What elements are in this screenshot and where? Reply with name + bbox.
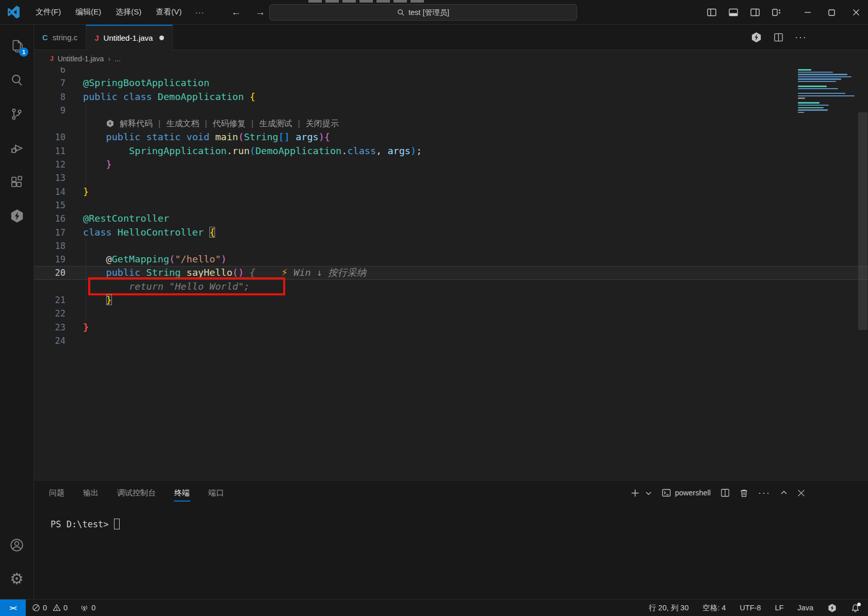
menu-file[interactable]: 文件(F) — [28, 4, 68, 20]
remote-indicator[interactable]: >< — [0, 600, 26, 616]
panel-more-icon[interactable]: ··· — [758, 488, 771, 498]
code-line: 23} — [34, 321, 868, 334]
back-icon[interactable]: ← — [228, 6, 244, 19]
code-line: 6 — [34, 67, 868, 76]
line-number: 8 — [34, 90, 75, 104]
minimap[interactable] — [798, 69, 856, 114]
scrollbar-slider[interactable] — [858, 112, 867, 330]
tab-string-c[interactable]: C string.c — [34, 25, 86, 49]
menu-more-icon[interactable]: ··· — [189, 5, 210, 20]
code-lines[interactable]: 67@SpringBootApplication8public class De… — [34, 67, 868, 347]
inline-completion-hint[interactable]: ⚡ Win ↓ 按行采纳 — [281, 266, 366, 279]
maximize-button[interactable] — [820, 0, 844, 25]
toggle-panel-icon[interactable] — [728, 7, 739, 18]
code-text[interactable]: public class DemoApplication { — [75, 90, 868, 104]
code-text[interactable]: } — [75, 293, 868, 307]
code-text[interactable] — [75, 198, 868, 212]
code-text[interactable]: SpringApplication.run(DemoApplication.cl… — [75, 144, 868, 158]
code-text[interactable] — [75, 307, 868, 320]
menu-edit[interactable]: 编辑(E) — [68, 4, 108, 20]
vscode-logo-icon — [7, 6, 20, 19]
breadcrumb-symbol[interactable]: ... — [114, 55, 121, 63]
panel-tab-output[interactable]: 输出 — [76, 481, 105, 505]
menu-view[interactable]: 查看(V) — [149, 4, 189, 20]
run-debug-icon[interactable] — [0, 131, 34, 165]
terminal-dropdown-icon[interactable] — [645, 490, 652, 496]
more-actions-icon[interactable]: ··· — [795, 32, 807, 43]
panel-tab-debug-console[interactable]: 调试控制台 — [110, 481, 162, 505]
toggle-secondary-sidebar-icon[interactable] — [750, 7, 760, 18]
panel-tab-problems[interactable]: 问题 — [42, 481, 71, 505]
close-window-button[interactable] — [844, 0, 868, 25]
maximize-panel-icon[interactable] — [780, 489, 788, 496]
code-text[interactable] — [75, 67, 868, 76]
code-text[interactable] — [75, 334, 868, 347]
close-panel-icon[interactable] — [797, 489, 805, 497]
fitten-code-status-icon[interactable] — [827, 603, 837, 613]
code-text[interactable]: return "Hello World"; — [75, 280, 868, 293]
command-center-search[interactable]: test [管理员] — [269, 4, 577, 21]
code-text[interactable]: } — [75, 158, 868, 171]
split-terminal-icon[interactable] — [720, 488, 730, 497]
code-line: 14} — [34, 185, 868, 198]
code-text[interactable] — [75, 239, 868, 253]
code-line: 13 — [34, 171, 868, 185]
fitten-code-editor-icon[interactable] — [750, 31, 762, 43]
account-icon[interactable] — [0, 528, 34, 562]
split-editor-icon[interactable] — [774, 32, 783, 42]
code-line: 7@SpringBootApplication — [34, 76, 868, 90]
code-text[interactable]: @RestController — [75, 212, 868, 225]
fitten-code-sidebar-icon[interactable] — [0, 199, 34, 233]
ai-action-1[interactable]: 生成文档 — [166, 117, 199, 130]
code-text[interactable]: public String sayHello() {⚡ Win ↓ 按行采纳 — [75, 266, 868, 279]
ai-action-0[interactable]: 解释代码 — [120, 117, 153, 130]
notifications-bell-icon[interactable] — [851, 604, 860, 612]
indentation[interactable]: 空格: 4 — [702, 603, 726, 613]
code-text[interactable]: } — [75, 321, 868, 334]
eol-sequence[interactable]: LF — [775, 604, 783, 612]
new-terminal-icon[interactable] — [631, 489, 640, 497]
editor-scrollbar[interactable] — [858, 67, 868, 480]
breadcrumb-file[interactable]: Untitled-1.java — [58, 55, 104, 63]
ai-action-4[interactable]: 关闭提示 — [306, 117, 339, 130]
problems-status[interactable]: 0 0 — [32, 604, 68, 612]
terminal-cursor — [114, 519, 120, 529]
editor-viewport[interactable]: 67@SpringBootApplication8public class De… — [34, 67, 868, 480]
minimize-button[interactable] — [795, 0, 820, 25]
code-text[interactable]: @GetMapping("/hello") — [75, 253, 868, 266]
ports-status[interactable]: 0 — [80, 604, 95, 612]
menu-selection[interactable]: 选择(S) — [108, 4, 149, 20]
cursor-position[interactable]: 行 20, 列 30 — [649, 603, 689, 613]
settings-gear-icon[interactable]: ⚙ — [0, 562, 34, 596]
status-bar: >< 0 0 0 行 20, 列 30 空格: 4 UTF-8 LF Java — [0, 599, 868, 616]
code-text[interactable]: public static void main(String[] args){ — [75, 130, 868, 144]
lightning-icon: ⚡ — [281, 267, 288, 278]
panel-tab-terminal[interactable]: 终端 — [168, 481, 196, 505]
code-text[interactable] — [75, 171, 868, 185]
ai-action-2[interactable]: 代码修复 — [212, 117, 245, 130]
modified-dot-icon[interactable] — [159, 36, 164, 40]
language-mode[interactable]: Java — [797, 604, 813, 612]
explorer-icon[interactable]: 1 — [0, 29, 34, 63]
encoding[interactable]: UTF-8 — [740, 604, 761, 612]
ai-action-3[interactable]: 生成测试 — [259, 117, 292, 130]
customize-layout-icon[interactable] — [772, 7, 782, 18]
tab-untitled-java[interactable]: J Untitled-1.java — [86, 25, 173, 50]
extensions-icon[interactable] — [0, 165, 34, 199]
line-number: 11 — [34, 144, 75, 158]
code-text[interactable]: 解释代码|生成文档|代码修复|生成测试|关闭提示 — [75, 117, 868, 130]
source-control-icon[interactable] — [0, 97, 34, 131]
code-text[interactable]: } — [75, 185, 868, 198]
code-text[interactable]: class HelloController { — [75, 226, 868, 239]
code-text[interactable] — [75, 104, 868, 117]
toggle-primary-sidebar-icon[interactable] — [707, 7, 717, 18]
code-text[interactable]: @SpringBootApplication — [75, 76, 868, 90]
terminal-content[interactable]: PS D:\test> — [34, 505, 868, 529]
panel-tab-ports[interactable]: 端口 — [202, 481, 231, 505]
search-sidebar-icon[interactable] — [0, 63, 34, 97]
terminal-instance[interactable]: powershell — [662, 488, 711, 497]
forward-icon[interactable]: → — [252, 6, 268, 19]
kill-terminal-icon[interactable] — [740, 489, 748, 497]
breadcrumb[interactable]: J Untitled-1.java › ... — [34, 50, 868, 67]
chevron-right-icon: › — [108, 54, 110, 63]
